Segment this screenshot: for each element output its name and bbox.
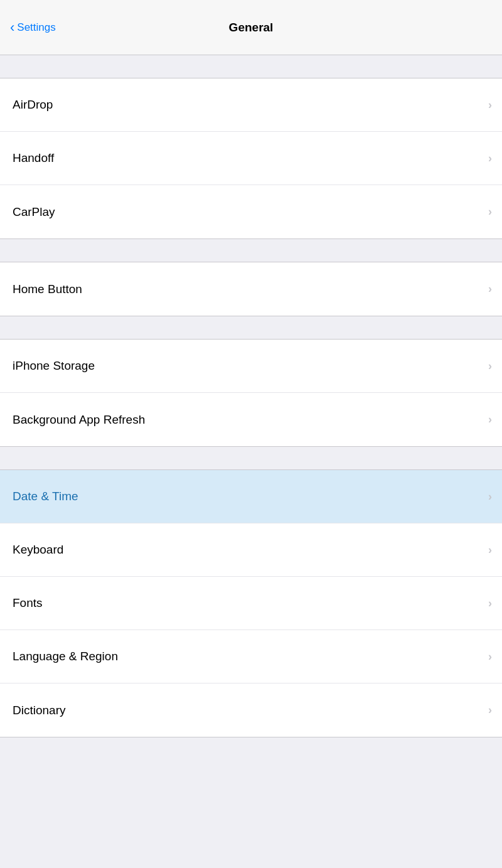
dictionary-label: Dictionary <box>13 704 65 717</box>
navigation-bar: ‹ Settings General <box>0 0 502 55</box>
settings-row-dictionary[interactable]: Dictionary › <box>0 683 502 737</box>
date-time-label: Date & Time <box>13 490 78 503</box>
chevron-right-icon: › <box>488 282 492 296</box>
settings-row-carplay[interactable]: CarPlay › <box>0 185 502 238</box>
footer-gap <box>0 737 502 775</box>
section-gap-2 <box>0 239 502 262</box>
settings-group-1: AirDrop › Handoff › CarPlay › <box>0 78 502 239</box>
back-button[interactable]: ‹ Settings <box>10 19 56 36</box>
chevron-right-icon: › <box>488 544 492 557</box>
chevron-right-icon: › <box>488 152 492 165</box>
home-button-label: Home Button <box>13 282 82 296</box>
settings-row-handoff[interactable]: Handoff › <box>0 132 502 185</box>
settings-row-keyboard[interactable]: Keyboard › <box>0 523 502 577</box>
keyboard-label: Keyboard <box>13 543 63 557</box>
background-app-refresh-label: Background App Refresh <box>13 413 145 427</box>
chevron-right-icon: › <box>488 597 492 610</box>
settings-group-4: Date & Time › Keyboard › Fonts › Languag… <box>0 469 502 737</box>
fonts-label: Fonts <box>13 596 43 610</box>
settings-group-2: Home Button › <box>0 262 502 316</box>
settings-row-language-region[interactable]: Language & Region › <box>0 630 502 683</box>
section-gap-1 <box>0 55 502 78</box>
settings-group-3: iPhone Storage › Background App Refresh … <box>0 339 502 447</box>
chevron-right-icon: › <box>488 205 492 218</box>
page-title: General <box>229 21 274 35</box>
airdrop-label: AirDrop <box>13 98 53 112</box>
back-chevron-icon: ‹ <box>10 19 14 36</box>
settings-row-airdrop[interactable]: AirDrop › <box>0 78 502 132</box>
chevron-right-icon: › <box>488 650 492 663</box>
settings-row-background-app-refresh[interactable]: Background App Refresh › <box>0 393 502 446</box>
handoff-label: Handoff <box>13 151 54 165</box>
iphone-storage-label: iPhone Storage <box>13 359 95 373</box>
section-gap-4 <box>0 447 502 469</box>
language-region-label: Language & Region <box>13 650 118 663</box>
chevron-right-icon: › <box>488 704 492 717</box>
settings-row-date-time[interactable]: Date & Time › <box>0 470 502 523</box>
chevron-right-icon: › <box>488 360 492 373</box>
settings-row-home-button[interactable]: Home Button › <box>0 262 502 316</box>
carplay-label: CarPlay <box>13 205 55 219</box>
settings-row-iphone-storage[interactable]: iPhone Storage › <box>0 340 502 393</box>
chevron-right-icon: › <box>488 490 492 503</box>
section-gap-3 <box>0 316 502 339</box>
settings-row-fonts[interactable]: Fonts › <box>0 577 502 630</box>
chevron-right-icon: › <box>488 99 492 112</box>
back-label: Settings <box>17 21 55 34</box>
chevron-right-icon: › <box>488 413 492 426</box>
